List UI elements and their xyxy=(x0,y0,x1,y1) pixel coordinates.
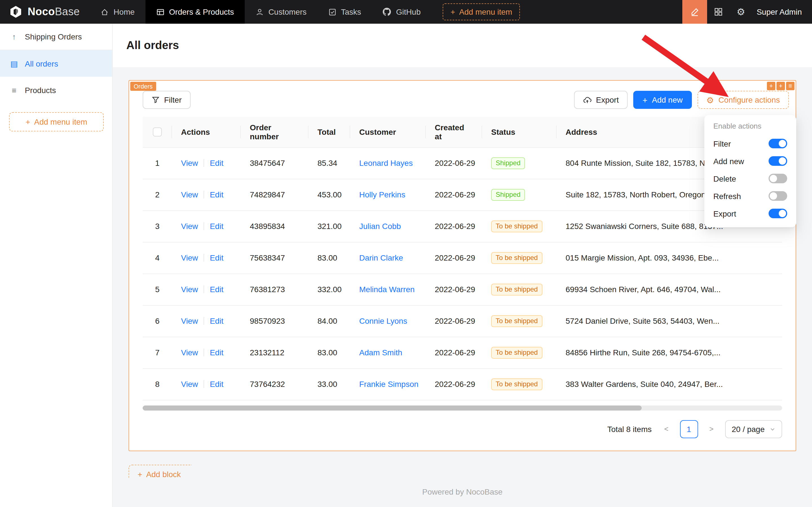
nav-github[interactable]: GitHub xyxy=(372,0,431,24)
table-row[interactable]: 8 ViewEdit 73764232 33.00 Frankie Simpso… xyxy=(143,368,782,400)
edit-link[interactable]: Edit xyxy=(210,159,223,168)
topbar-add-menu-item-button[interactable]: Add menu item xyxy=(443,3,520,20)
table-row[interactable]: 1 ViewEdit 38475647 85.34 Leonard Hayes … xyxy=(143,147,782,179)
dropdown-item-refresh[interactable]: Refresh xyxy=(711,187,790,205)
brand-logo[interactable]: NocoBase xyxy=(0,5,90,19)
delete-toggle[interactable] xyxy=(768,174,787,183)
block-settings-icon[interactable] xyxy=(786,82,795,90)
edit-link[interactable]: Edit xyxy=(210,317,223,325)
customer-link[interactable]: Darin Clarke xyxy=(359,253,403,262)
order-number-cell: 74829847 xyxy=(250,190,285,199)
select-all-checkbox[interactable] xyxy=(153,128,162,137)
add-block-clip: Add block xyxy=(128,464,192,478)
dropdown-item-delete[interactable]: Delete xyxy=(711,170,790,187)
scrollbar-thumb[interactable] xyxy=(143,405,641,410)
page-size-select[interactable]: 20 / page xyxy=(725,420,782,438)
status-badge: To be shipped xyxy=(491,252,542,264)
sidebar-item-all-orders[interactable]: All orders xyxy=(0,50,112,77)
view-link[interactable]: View xyxy=(181,380,198,389)
status-badge: To be shipped xyxy=(491,315,542,327)
edit-link[interactable]: Edit xyxy=(210,285,223,294)
ui-editor-button[interactable] xyxy=(682,0,707,24)
drag-block-icon[interactable] xyxy=(767,82,775,90)
table-icon xyxy=(156,8,165,16)
export-button[interactable]: Export xyxy=(574,91,628,109)
customer-link[interactable]: Holly Perkins xyxy=(359,190,405,199)
total-cell: 85.34 xyxy=(317,159,337,168)
current-user[interactable]: Super Admin xyxy=(752,7,812,16)
sidebar-item-products[interactable]: Products xyxy=(0,77,112,103)
export-toggle[interactable] xyxy=(768,209,787,218)
table-row[interactable]: 7 ViewEdit 23132112 83.00 Adam Smith 202… xyxy=(143,337,782,368)
address-cell: 69934 Schoen River, Apt. 646, 49704, Wal… xyxy=(566,285,721,294)
document-icon xyxy=(10,59,19,68)
edit-link[interactable]: Edit xyxy=(210,380,223,389)
total-cell: 83.00 xyxy=(317,253,337,262)
column-header-status: Status xyxy=(482,117,557,147)
horizontal-scrollbar[interactable] xyxy=(143,405,782,410)
address-cell: 015 Margie Mission, Apt. 093, 34936, Ebe… xyxy=(566,253,719,262)
brand-name-bold: Noco xyxy=(27,6,55,17)
divider xyxy=(204,285,204,293)
dropdown-item-filter[interactable]: Filter xyxy=(711,135,790,152)
prev-page-button[interactable] xyxy=(659,425,673,433)
status-badge: To be shipped xyxy=(491,220,542,232)
view-link[interactable]: View xyxy=(181,348,198,357)
row-index: 8 xyxy=(155,380,160,389)
dropdown-item-refresh-label: Refresh xyxy=(713,191,741,201)
total-cell: 83.00 xyxy=(317,348,337,357)
filter-toggle[interactable] xyxy=(768,139,787,148)
plus-icon xyxy=(451,7,455,16)
table-header-row: Actions Order number Total Customer Crea… xyxy=(143,117,782,147)
add-new-toggle[interactable] xyxy=(768,156,787,166)
nav-orders-products[interactable]: Orders & Products xyxy=(146,0,245,24)
page-1-button[interactable]: 1 xyxy=(680,420,698,438)
address-cell: 84856 Hirthe Run, Suite 268, 94754-6705,… xyxy=(566,348,721,357)
customer-link[interactable]: Frankie Simpson xyxy=(359,380,418,389)
address-cell: 804 Runte Mission, Suite 182, 15783, N..… xyxy=(566,159,712,168)
view-link[interactable]: View xyxy=(181,159,198,168)
table-row[interactable]: 5 ViewEdit 76381273 332.00 Melinda Warre… xyxy=(143,274,782,305)
edit-link[interactable]: Edit xyxy=(210,253,223,262)
edit-link[interactable]: Edit xyxy=(210,222,223,231)
sidebar-add-menu-item-button[interactable]: Add menu item xyxy=(9,112,104,131)
view-link[interactable]: View xyxy=(181,222,198,231)
plugin-manager-button[interactable] xyxy=(707,0,730,24)
nav-github-label: GitHub xyxy=(396,7,421,16)
dropdown-item-add-new[interactable]: Add new xyxy=(711,152,790,170)
table-row[interactable]: 6 ViewEdit 98570923 84.00 Connie Lyons 2… xyxy=(143,305,782,337)
configure-actions-button[interactable]: Configure actions xyxy=(697,91,789,109)
nav-customers[interactable]: Customers xyxy=(245,0,317,24)
table-row[interactable]: 2 ViewEdit 74829847 453.00 Holly Perkins… xyxy=(143,179,782,210)
table-row[interactable]: 4 ViewEdit 75638347 83.00 Darin Clarke 2… xyxy=(143,242,782,274)
orders-table: Actions Order number Total Customer Crea… xyxy=(129,117,796,400)
nav-tasks[interactable]: Tasks xyxy=(317,0,372,24)
customer-link[interactable]: Julian Cobb xyxy=(359,222,401,231)
nav-home[interactable]: Home xyxy=(90,0,146,24)
customer-link[interactable]: Leonard Hayes xyxy=(359,159,413,168)
plus-icon xyxy=(643,95,648,105)
next-page-button[interactable] xyxy=(705,425,718,433)
view-link[interactable]: View xyxy=(181,190,198,199)
sidebar-item-shipping-orders[interactable]: Shipping Orders xyxy=(0,24,112,50)
filter-button[interactable]: Filter xyxy=(143,91,190,109)
edit-link[interactable]: Edit xyxy=(210,348,223,357)
view-link[interactable]: View xyxy=(181,285,198,294)
add-block-button[interactable]: Add block xyxy=(128,464,192,478)
dropdown-item-export[interactable]: Export xyxy=(711,205,790,222)
customer-link[interactable]: Connie Lyons xyxy=(359,317,407,325)
designer-icon xyxy=(690,7,699,16)
customer-link[interactable]: Melinda Warren xyxy=(359,285,415,294)
table-row[interactable]: 3 ViewEdit 43895834 321.00 Julian Cobb 2… xyxy=(143,210,782,242)
user-icon xyxy=(255,8,264,16)
created-at-cell: 2022-06-29 xyxy=(435,159,475,168)
settings-button[interactable] xyxy=(730,0,752,24)
view-link[interactable]: View xyxy=(181,317,198,325)
edit-link[interactable]: Edit xyxy=(210,190,223,199)
view-link[interactable]: View xyxy=(181,253,198,262)
column-header-created-at: Created at xyxy=(426,117,482,147)
customer-link[interactable]: Adam Smith xyxy=(359,348,402,357)
add-block-inline-icon[interactable] xyxy=(776,82,785,90)
add-new-button[interactable]: Add new xyxy=(634,91,692,109)
refresh-toggle[interactable] xyxy=(768,191,787,201)
